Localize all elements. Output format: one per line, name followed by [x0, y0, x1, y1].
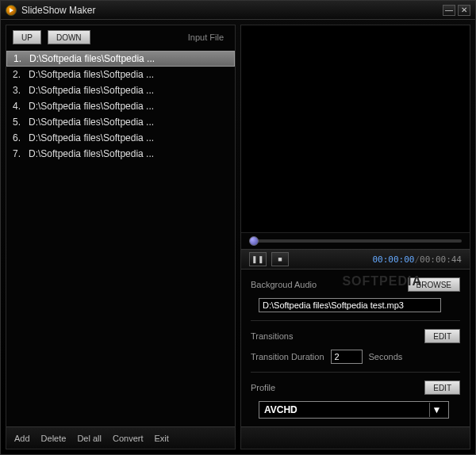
edit-transitions-button[interactable]: EDIT — [424, 329, 460, 343]
file-row[interactable]: 6.D:\Softpedia files\Softpedia ... — [6, 130, 235, 146]
app-window: SlideShow Maker — ✕ UP DOWN Input File 1… — [0, 0, 476, 455]
stop-button[interactable]: ■ — [271, 252, 289, 266]
move-down-button[interactable]: DOWN — [48, 30, 90, 44]
transitions-label: Transitions — [251, 331, 293, 341]
seek-slider[interactable] — [249, 239, 462, 243]
file-row[interactable]: 2.D:\Softpedia files\Softpedia ... — [6, 67, 235, 82]
file-list-header: UP DOWN Input File — [6, 25, 235, 49]
profile-select[interactable]: AVCHD ▼ — [259, 401, 449, 419]
timecode: 00:00:00/00:00:44 — [372, 254, 462, 265]
convert-button[interactable]: Convert — [113, 434, 144, 443]
file-row[interactable]: 3.D:\Softpedia files\Softpedia ... — [6, 82, 235, 98]
file-row-number: 1. — [13, 53, 29, 64]
divider — [251, 372, 460, 373]
time-current: 00:00:00 — [372, 254, 414, 265]
browse-audio-button[interactable]: BROWSE — [408, 277, 460, 292]
transition-duration-label: Transition Duration — [251, 352, 324, 361]
profile-label: Profile — [251, 383, 275, 392]
file-row[interactable]: 7.D:\Softpedia files\Softpedia ... — [6, 146, 235, 162]
file-row[interactable]: 4.D:\Softpedia files\Softpedia ... — [6, 98, 235, 114]
add-button[interactable]: Add — [14, 434, 30, 443]
titlebar[interactable]: SlideShow Maker — ✕ — [1, 1, 475, 20]
file-row[interactable]: 5.D:\Softpedia files\Softpedia ... — [6, 114, 235, 130]
delete-all-button[interactable]: Del all — [77, 434, 102, 443]
file-row-number: 6. — [13, 132, 29, 143]
file-list-footer: Add Delete Del all Convert Exit — [6, 426, 235, 449]
transition-duration-unit: Seconds — [369, 352, 403, 361]
chevron-down-icon: ▼ — [429, 403, 443, 417]
file-row-name: D:\Softpedia files\Softpedia ... — [29, 69, 154, 80]
file-row[interactable]: 1.D:\Softpedia files\Softpedia ... — [6, 51, 235, 67]
right-panel: ❚❚ ■ 00:00:00/00:00:44 SOFTPEDIA Backgro… — [240, 25, 470, 449]
edit-profile-button[interactable]: EDIT — [424, 380, 460, 395]
file-row-name: D:\Softpedia files\Softpedia ... — [29, 132, 154, 143]
file-row-number: 7. — [13, 148, 29, 159]
right-footer — [241, 426, 470, 449]
pause-button[interactable]: ❚❚ — [249, 252, 267, 266]
app-logo-icon — [6, 5, 17, 16]
file-row-name: D:\Softpedia files\Softpedia ... — [29, 101, 154, 112]
transition-duration-input[interactable] — [331, 350, 363, 364]
background-audio-label: Backgroud Audio — [251, 280, 317, 289]
minimize-button[interactable]: — — [443, 5, 455, 16]
close-button[interactable]: ✕ — [458, 5, 470, 16]
settings-panel: SOFTPEDIA Backgroud Audio BROWSE Transit… — [241, 270, 470, 426]
file-list: 1.D:\Softpedia files\Softpedia ...2.D:\S… — [6, 49, 235, 426]
time-total: 00:00:44 — [420, 254, 462, 265]
playback-controls: ❚❚ ■ 00:00:00/00:00:44 — [241, 249, 470, 270]
delete-button[interactable]: Delete — [41, 434, 67, 443]
file-row-number: 4. — [13, 101, 29, 112]
file-row-name: D:\Softpedia files\Softpedia ... — [29, 117, 154, 128]
seek-thumb-icon[interactable] — [249, 236, 259, 246]
file-row-number: 2. — [13, 69, 29, 80]
column-header-input-file: Input File — [188, 32, 228, 42]
preview-area — [241, 25, 470, 233]
file-row-number: 3. — [13, 85, 29, 96]
app-title: SlideShow Maker — [21, 5, 440, 16]
body: UP DOWN Input File 1.D:\Softpedia files\… — [1, 20, 475, 454]
seek-slider-row — [241, 233, 470, 249]
file-list-panel: UP DOWN Input File 1.D:\Softpedia files\… — [6, 25, 236, 449]
exit-button[interactable]: Exit — [154, 434, 168, 443]
file-row-number: 5. — [13, 117, 29, 128]
move-up-button[interactable]: UP — [13, 30, 41, 44]
file-row-name: D:\Softpedia files\Softpedia ... — [29, 53, 155, 64]
profile-value: AVCHD — [264, 404, 298, 415]
background-audio-input[interactable] — [259, 298, 441, 312]
file-row-name: D:\Softpedia files\Softpedia ... — [29, 85, 154, 96]
divider — [251, 320, 460, 321]
file-row-name: D:\Softpedia files\Softpedia ... — [29, 148, 154, 159]
